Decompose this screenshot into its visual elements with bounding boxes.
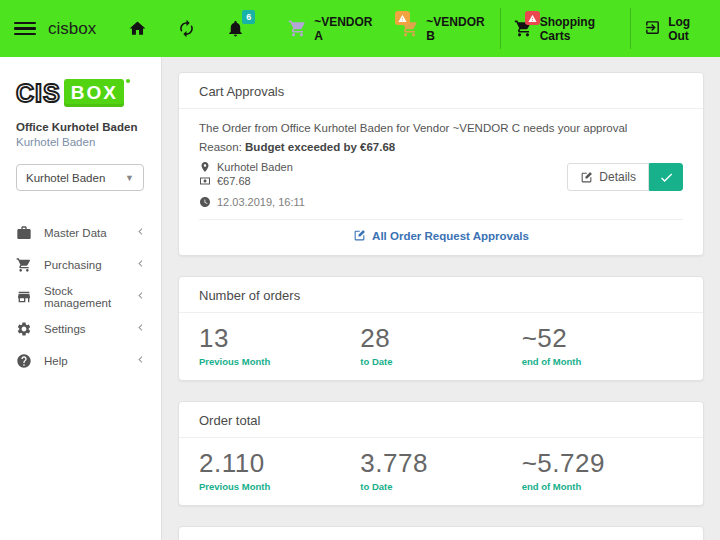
cart-approvals-footer: All Order Request Approvals xyxy=(199,219,683,255)
sidebar-item-label: Purchasing xyxy=(44,259,134,271)
stat-value: 3.778 xyxy=(360,448,521,479)
topbar-left: cisbox 6 xyxy=(0,19,275,39)
logout-button[interactable]: Log Out xyxy=(631,0,720,57)
stat-value: 2.110 xyxy=(199,448,360,479)
vendor-a-cart-button[interactable]: ~VENDOR A xyxy=(275,0,387,57)
notification-count-badge: 6 xyxy=(242,10,255,24)
sidebar: CIS BOX Office Kurhotel Baden Kurhotel B… xyxy=(0,57,162,540)
sidebar-item-label: Settings xyxy=(44,323,134,335)
help-icon xyxy=(16,353,32,369)
sidebar-item-master-data[interactable]: Master Data xyxy=(16,217,147,249)
shopping-carts-icon xyxy=(514,19,533,38)
sidebar-item-purchasing[interactable]: Purchasing xyxy=(16,249,147,281)
chevron-left-icon xyxy=(134,320,147,338)
topbar-right: ~VENDOR A ~VENDOR B Shopping Carts xyxy=(275,0,720,57)
approval-amount: €67.68 xyxy=(199,175,305,187)
banknote-icon xyxy=(199,175,211,187)
stat-previous-month: 13 Previous Month xyxy=(199,323,360,367)
logo-box-text: BOX xyxy=(64,79,124,107)
check-icon xyxy=(659,170,674,185)
approval-message: The Order from Office Kurhotel Baden for… xyxy=(199,122,683,134)
chevron-left-icon xyxy=(134,288,147,306)
sidebar-item-settings[interactable]: Settings xyxy=(16,313,147,345)
approval-actions: Details xyxy=(567,163,683,191)
menu-toggle-button[interactable] xyxy=(14,22,36,36)
stats-row: 2.110 Previous Month 3.778 to Date ~5.72… xyxy=(179,438,703,505)
hamburger-icon xyxy=(14,22,36,25)
approval-reason-value: Budget exceeded by €67.68 xyxy=(245,141,395,153)
stat-label: to Date xyxy=(360,356,521,367)
all-approvals-link[interactable]: All Order Request Approvals xyxy=(353,229,529,242)
registered-mark-icon xyxy=(126,79,130,83)
sidebar-item-help[interactable]: Help xyxy=(16,345,147,377)
stat-label: end of Month xyxy=(522,481,683,492)
warning-triangle-icon xyxy=(398,14,407,23)
card-title: Number of orders xyxy=(179,277,703,313)
stat-label: Previous Month xyxy=(199,356,360,367)
stat-value: ~5.729 xyxy=(522,448,683,479)
location-select[interactable]: Kurhotel Baden ▼ xyxy=(16,164,144,191)
cart-approvals-body: The Order from Office Kurhotel Baden for… xyxy=(179,109,703,255)
approval-datetime: 12.03.2019, 16:11 xyxy=(199,196,305,208)
stat-to-date: 3.778 to Date xyxy=(360,448,521,492)
clock-icon xyxy=(199,196,211,208)
approval-location: Kurhotel Baden xyxy=(199,161,305,173)
gear-icon xyxy=(16,321,32,337)
cart-icon xyxy=(16,257,32,273)
edit-icon xyxy=(353,229,366,242)
cisbox-logo: CIS BOX xyxy=(16,79,147,107)
stat-previous-month: 2.110 Previous Month xyxy=(199,448,360,492)
card-title: Master Data xyxy=(179,527,703,540)
shopping-carts-button[interactable]: Shopping Carts xyxy=(501,0,631,57)
home-button[interactable] xyxy=(128,19,147,38)
home-icon xyxy=(128,19,147,38)
chevron-left-icon xyxy=(134,352,147,370)
warning-triangle-icon xyxy=(528,14,537,23)
vendor-b-cart-icon xyxy=(400,19,419,38)
shopping-carts-label: Shopping Carts xyxy=(540,15,618,43)
approval-reason: Reason: Budget exceeded by €67.68 xyxy=(199,141,683,153)
card-title: Order total xyxy=(179,402,703,438)
warehouse-icon xyxy=(16,289,32,305)
office-name: Office Kurhotel Baden xyxy=(16,121,147,133)
main-content: Cart Approvals The Order from Office Kur… xyxy=(162,57,720,540)
notifications-button[interactable]: 6 xyxy=(226,19,245,38)
chevron-left-icon xyxy=(134,256,147,274)
number-of-orders-card: Number of orders 13 Previous Month 28 to… xyxy=(178,276,704,381)
location-pin-icon xyxy=(199,161,211,173)
stat-end-of-month: ~5.729 end of Month xyxy=(522,448,683,492)
card-title: Cart Approvals xyxy=(179,73,703,109)
sidebar-item-label: Stock management xyxy=(44,285,134,309)
location-select-value: Kurhotel Baden xyxy=(26,172,105,184)
stat-to-date: 28 to Date xyxy=(360,323,521,367)
stat-value: 28 xyxy=(360,323,521,354)
stat-end-of-month: ~52 end of Month xyxy=(522,323,683,367)
details-button[interactable]: Details xyxy=(567,163,649,191)
stat-label: end of Month xyxy=(522,356,683,367)
caret-down-icon: ▼ xyxy=(125,173,134,183)
logout-icon xyxy=(644,19,661,39)
vendor-b-label: ~VENDOR B xyxy=(426,15,487,43)
vendor-a-cart-icon xyxy=(288,19,307,38)
refresh-button[interactable] xyxy=(177,19,196,38)
stats-row: 13 Previous Month 28 to Date ~52 end of … xyxy=(179,313,703,380)
approve-button[interactable] xyxy=(649,163,683,191)
logout-label: Log Out xyxy=(668,15,707,43)
edit-icon xyxy=(580,171,593,184)
cart-approvals-card: Cart Approvals The Order from Office Kur… xyxy=(178,72,704,256)
chevron-left-icon xyxy=(134,224,147,242)
master-data-card: Master Data 11 Vendors 3.859 Items 7 Ord… xyxy=(178,526,704,540)
refresh-icon xyxy=(177,19,196,38)
brand-title: cisbox xyxy=(48,19,96,39)
stat-label: to Date xyxy=(360,481,521,492)
logo-cis-text: CIS xyxy=(16,81,61,106)
stat-value: 13 xyxy=(199,323,360,354)
vendor-b-warning-badge xyxy=(395,11,410,25)
vendor-a-label: ~VENDOR A xyxy=(314,15,374,43)
sidebar-menu: Master Data Purchasing Stock management … xyxy=(16,217,147,377)
sidebar-item-stock-management[interactable]: Stock management xyxy=(16,281,147,313)
approval-meta-row: Kurhotel Baden €67.68 12.03.2019, 16:11 … xyxy=(199,161,683,210)
sidebar-item-label: Master Data xyxy=(44,227,134,239)
vendor-b-cart-button[interactable]: ~VENDOR B xyxy=(387,0,500,57)
order-total-card: Order total 2.110 Previous Month 3.778 t… xyxy=(178,401,704,506)
